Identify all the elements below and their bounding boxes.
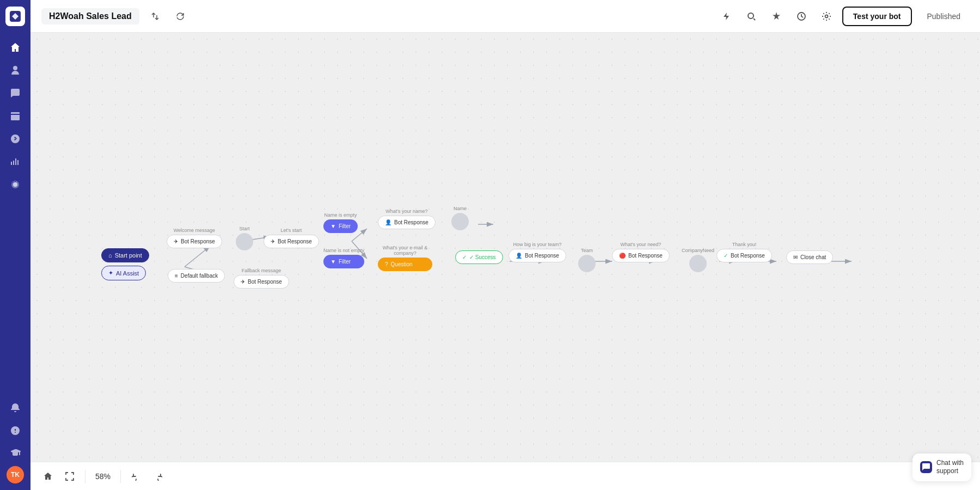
name-circle-node[interactable]: Name [451, 206, 469, 230]
question-email-node[interactable]: What's your e-mail & company? ? Question [378, 245, 432, 271]
start-circle-node[interactable]: Start [236, 226, 253, 250]
thank-you-node[interactable]: Thank you! ✓ Bot Response [716, 242, 772, 262]
lets-start-node[interactable]: Let's start ✈ Bot Response [264, 228, 319, 248]
redo-button[interactable] [149, 468, 167, 485]
bottom-toolbar: 58% [30, 462, 980, 490]
svg-point-1 [748, 13, 754, 19]
fallback-message-node[interactable]: Fallback message ✈ Bot Response [234, 268, 289, 289]
header: H2Woah Sales Lead Test your bot [30, 0, 980, 33]
toolbar-divider [85, 470, 85, 483]
lightning-button[interactable] [717, 7, 736, 26]
sparkle-button[interactable] [767, 7, 786, 26]
refresh-button[interactable] [171, 7, 189, 26]
main-content: H2Woah Sales Lead Test your bot [30, 0, 980, 490]
welcome-message-node[interactable]: Welcome message ✈ Bot Response [167, 228, 222, 248]
sidebar-item-home[interactable] [5, 37, 26, 58]
sidebar-item-inbox[interactable] [5, 106, 26, 126]
chat-support-widget[interactable]: Chat with support [912, 454, 971, 481]
chat-support-icon [920, 461, 932, 473]
close-chat-node[interactable]: ✉ Close chat [786, 250, 833, 264]
filter-name-not-empty-node[interactable]: Name is not empty ▼ Filter [323, 248, 364, 268]
ai-assist-node[interactable]: ✦ AI Assist [101, 266, 146, 280]
sidebar-item-analytics[interactable] [5, 151, 26, 172]
test-bot-button[interactable]: Test your bot [842, 7, 912, 26]
sidebar-item-chat[interactable] [5, 83, 26, 103]
flow-canvas[interactable]: ⌂ Start point ✦ AI Assist ≡ Default fall… [30, 33, 980, 462]
zoom-level-display: 58% [92, 472, 114, 481]
sidebar-item-users[interactable] [5, 60, 26, 81]
how-big-node[interactable]: How big is your team? 👤 Bot Response [509, 242, 566, 262]
published-button[interactable]: Published [918, 8, 970, 25]
flow-nodes: ⌂ Start point ✦ AI Assist ≡ Default fall… [30, 33, 980, 462]
sidebar-item-help[interactable] [5, 420, 26, 441]
settings-button[interactable] [817, 7, 836, 26]
auto-arrange-button[interactable] [146, 7, 164, 26]
undo-button[interactable] [127, 468, 145, 485]
header-right-actions: Test your bot Published [717, 7, 969, 26]
sidebar: TK [0, 0, 30, 490]
history-button[interactable] [792, 7, 811, 26]
svg-point-3 [825, 15, 828, 17]
start-point-node[interactable]: ⌂ Start point [101, 248, 149, 262]
flow-title[interactable]: H2Woah Sales Lead [41, 8, 139, 24]
toolbar-divider-2 [120, 470, 121, 483]
company-need-circle-node[interactable]: CompanyNeed [682, 248, 714, 272]
whats-need-node[interactable]: What's your need? 🔴 Bot Response [612, 242, 670, 262]
search-button[interactable] [742, 7, 761, 26]
default-fallback-node[interactable]: ≡ Default fallback [168, 268, 225, 283]
fullscreen-button[interactable] [61, 468, 78, 485]
success-node[interactable]: ✓ ✓ Success [455, 250, 503, 264]
filter-name-empty-node[interactable]: Name is empty ▼ Filter [323, 212, 358, 233]
home-view-button[interactable] [39, 468, 57, 485]
whats-your-name-node[interactable]: What's your name? 👤 Bot Response [378, 209, 436, 229]
app-logo[interactable] [5, 7, 25, 26]
sidebar-item-education[interactable] [5, 443, 26, 464]
user-avatar[interactable]: TK [7, 466, 24, 483]
sidebar-item-integrations[interactable] [5, 174, 26, 195]
team-circle-node[interactable]: Team [578, 248, 596, 272]
sidebar-item-bell[interactable] [5, 397, 26, 418]
sidebar-item-history[interactable] [5, 128, 26, 149]
